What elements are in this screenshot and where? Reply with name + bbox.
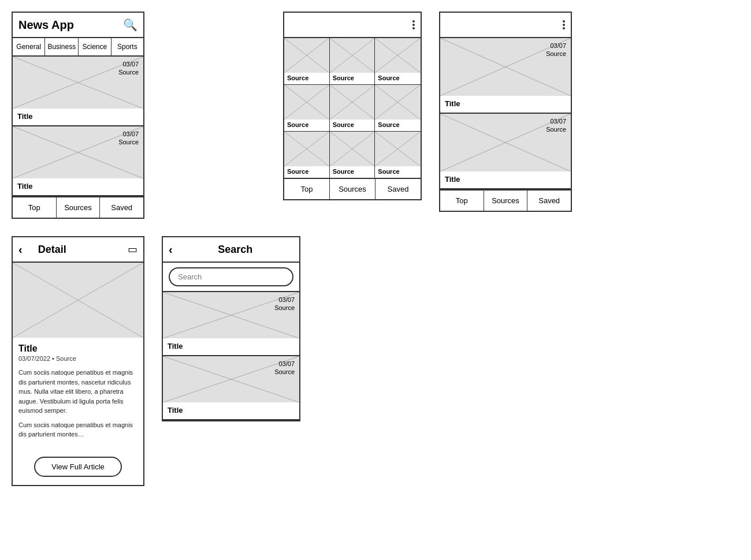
list-card-1-title: Title — [440, 96, 571, 113]
sources-grid-header — [284, 13, 421, 38]
sources-bottom-nav: Top Sources Saved — [284, 178, 421, 199]
screen-newsapp: News App 🔍 General Business Science Spor… — [12, 12, 144, 219]
source-cell-9-img — [375, 132, 421, 166]
bottom-nav-sources[interactable]: Sources — [57, 197, 101, 218]
detail-paragraph-1: Cum sociis natoque penatibus et magnis d… — [18, 368, 137, 416]
source-cell-3-label: Source — [375, 73, 421, 84]
source-cell-8-label: Source — [330, 166, 375, 178]
bookmark-icon[interactable]: ▭ — [128, 243, 137, 256]
three-dots-icon[interactable] — [412, 20, 415, 29]
news-card-1-meta: 03/07 Source — [118, 60, 139, 77]
tab-sports[interactable]: Sports — [111, 38, 143, 55]
screen-search: ‹ Search 03/07 Source Title — [162, 236, 300, 421]
search-card-1-title: Title — [163, 338, 299, 355]
source-cell-3-img — [375, 38, 421, 73]
news-card-2-meta: 03/07 Source — [118, 130, 139, 147]
newsapp-bottom-nav: Top Sources Saved — [13, 196, 143, 218]
source-cell-6-label: Source — [375, 120, 421, 131]
top-row: News App 🔍 General Business Science Spor… — [12, 12, 739, 219]
source-cell-6-img — [375, 85, 421, 120]
search-card-2-source: Source — [274, 368, 295, 375]
search-icon-button[interactable]: 🔍 — [123, 18, 137, 32]
source-cell-9-label: Source — [375, 166, 421, 178]
detail-meta: 03/07/2022 • Source — [18, 355, 137, 362]
search-bar-wrapper — [163, 263, 299, 292]
source-cell-7-img — [284, 132, 329, 166]
news-card-1-date: 03/07 — [122, 61, 139, 68]
bottom-nav-top[interactable]: Top — [13, 197, 57, 218]
search-card-2-title: Title — [163, 402, 299, 419]
list-view-header — [440, 13, 571, 38]
tab-business[interactable]: Business — [45, 38, 79, 55]
search-input[interactable] — [169, 267, 293, 286]
news-card-2-source: Source — [118, 139, 139, 145]
sources-bottom-nav-sources[interactable]: Sources — [330, 179, 376, 199]
news-card-2-title: Title — [13, 178, 143, 195]
list-card-2-title: Title — [440, 171, 571, 188]
detail-header: ‹ Detail ▭ — [13, 237, 143, 263]
detail-body: Title 03/07/2022 • Source Cum sociis nat… — [13, 338, 143, 450]
list-card-1[interactable]: 03/07 Source Title — [440, 38, 571, 114]
search-card-1-date: 03/07 — [278, 296, 295, 303]
newsapp-tabs: General Business Science Sports — [13, 38, 143, 57]
search-back-button[interactable]: ‹ — [169, 243, 173, 256]
newsapp-title: News App — [18, 18, 123, 32]
search-page-title: Search — [177, 244, 293, 256]
search-card-1[interactable]: 03/07 Source Title — [163, 292, 299, 356]
search-card-2-date: 03/07 — [278, 360, 295, 367]
detail-title-header: Detail — [27, 244, 77, 256]
bottom-nav-saved[interactable]: Saved — [100, 197, 143, 218]
source-cell-5-label: Source — [330, 120, 375, 131]
source-cell-4-img — [284, 85, 329, 120]
news-card-2[interactable]: 03/07 Source Title — [13, 126, 143, 196]
detail-paragraph-2: Cum sociis natoque penatibus et magnis d… — [18, 420, 137, 439]
news-card-2-date: 03/07 — [122, 130, 139, 137]
source-cell-7[interactable]: Source — [284, 132, 330, 178]
list-card-1-meta: 03/07 Source — [546, 42, 566, 58]
source-cell-3[interactable]: Source — [375, 38, 421, 85]
list-card-2-date: 03/07 — [550, 118, 566, 125]
list-bottom-nav-top[interactable]: Top — [440, 191, 484, 211]
source-cell-6[interactable]: Source — [375, 85, 421, 132]
source-cell-1-label: Source — [284, 73, 329, 84]
source-cell-8[interactable]: Source — [330, 132, 376, 178]
source-cell-2[interactable]: Source — [330, 38, 376, 85]
source-cell-1[interactable]: Source — [284, 38, 330, 85]
source-cell-4-label: Source — [284, 120, 329, 131]
source-cell-5-img — [330, 85, 375, 120]
news-card-1-title: Title — [13, 109, 143, 125]
search-card-2-meta: 03/07 Source — [274, 360, 295, 376]
source-cell-5[interactable]: Source — [330, 85, 376, 132]
detail-article-title: Title — [18, 344, 137, 354]
sources-grid-content: Source Source Source — [284, 38, 421, 178]
view-article-button[interactable]: View Full Article — [34, 457, 122, 477]
wireframes-container: News App 🔍 General Business Science Spor… — [12, 12, 739, 486]
screen-detail: ‹ Detail ▭ Title 03/07/2022 • Source Cum… — [12, 236, 144, 486]
source-cell-2-label: Source — [330, 73, 375, 84]
list-bottom-nav-sources[interactable]: Sources — [484, 191, 528, 211]
tab-general[interactable]: General — [13, 38, 45, 55]
source-cell-1-img — [284, 38, 329, 73]
sources-bottom-nav-top[interactable]: Top — [284, 179, 330, 199]
list-card-1-source: Source — [546, 50, 566, 57]
news-card-1[interactable]: 03/07 Source Title — [13, 57, 143, 126]
list-three-dots-icon[interactable] — [563, 20, 565, 29]
bottom-row: ‹ Detail ▭ Title 03/07/2022 • Source Cum… — [12, 236, 739, 486]
detail-hero-image — [13, 263, 143, 338]
list-card-2[interactable]: 03/07 Source Title — [440, 114, 571, 189]
source-cell-9[interactable]: Source — [375, 132, 421, 178]
source-cell-4[interactable]: Source — [284, 85, 330, 132]
detail-footer: View Full Article — [13, 450, 143, 485]
screen-sources-grid: Source Source Source — [283, 12, 422, 200]
sources-bottom-nav-saved[interactable]: Saved — [376, 179, 421, 199]
detail-back-button[interactable]: ‹ — [18, 243, 23, 256]
tab-science[interactable]: Science — [79, 38, 111, 55]
news-card-1-source: Source — [118, 69, 139, 76]
search-card-2[interactable]: 03/07 Source Title — [163, 356, 299, 420]
search-header: ‹ Search — [163, 237, 299, 263]
list-card-2-meta: 03/07 Source — [546, 117, 566, 134]
list-card-2-source: Source — [546, 126, 566, 133]
list-bottom-nav-saved[interactable]: Saved — [527, 191, 571, 211]
source-cell-7-label: Source — [284, 166, 329, 178]
list-bottom-nav: Top Sources Saved — [440, 189, 571, 211]
